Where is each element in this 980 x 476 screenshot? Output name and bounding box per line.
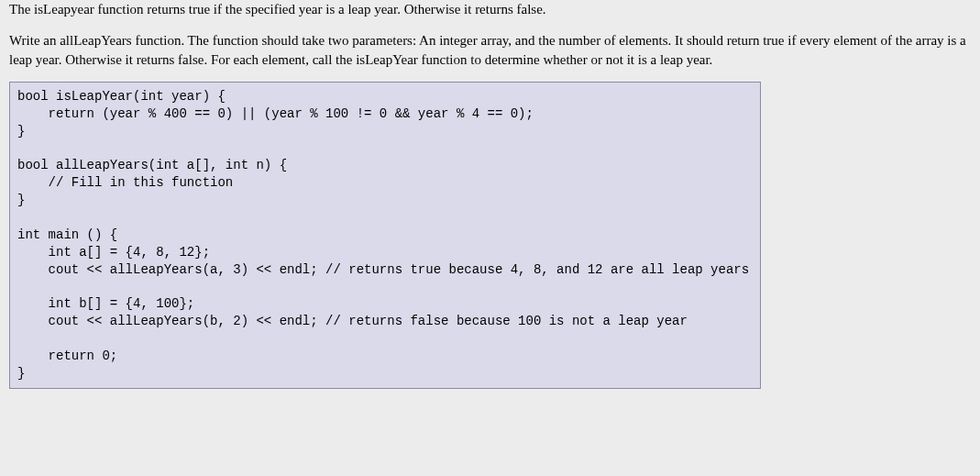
code-block: bool isLeapYear(int year) { return (year… (9, 82, 761, 389)
intro-paragraph-2: Write an allLeapYears function. The func… (9, 31, 971, 69)
document-content: The isLeapyear function returns true if … (0, 0, 980, 398)
intro-paragraph-1: The isLeapyear function returns true if … (9, 0, 971, 18)
